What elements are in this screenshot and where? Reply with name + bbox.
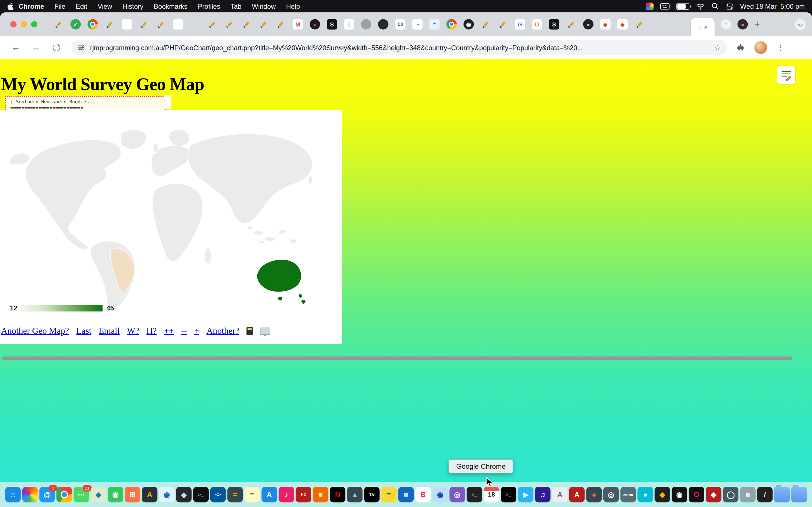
new-tab-button[interactable]: + xyxy=(751,18,763,31)
pinned-tab-chrome[interactable] xyxy=(87,19,98,30)
dock-icon-bbedit[interactable]: B xyxy=(415,487,431,502)
menu-item-edit[interactable]: Edit xyxy=(70,2,93,10)
journal-icon[interactable] xyxy=(246,327,253,335)
dock-icon-acrobat[interactable]: A xyxy=(569,487,585,502)
dock-icon-messages[interactable]: ⋯21 xyxy=(73,487,89,502)
status-app-icon[interactable] xyxy=(646,2,654,10)
pinned-tab-pencil[interactable] xyxy=(480,19,491,30)
dock-icon-finder[interactable]: ☺ xyxy=(5,487,20,502)
dock-icon-music-2[interactable]: ♫ xyxy=(535,487,550,502)
dock-icon-app-store[interactable]: A xyxy=(262,487,277,502)
battery-icon[interactable] xyxy=(676,3,689,10)
back-button[interactable]: ← xyxy=(11,43,20,53)
dock-icon-compass[interactable]: ◉ xyxy=(433,487,448,502)
pinned-tab-gmail[interactable]: M xyxy=(293,19,303,30)
page-link-h[interactable]: H? xyxy=(146,326,156,336)
page-link-email[interactable]: Email xyxy=(99,326,120,336)
pinned-tab-fire[interactable]: ◆ xyxy=(600,19,611,30)
dock-icon-launchpad[interactable]: ⊞ xyxy=(125,487,140,502)
dock-icon-zoom[interactable]: zoom xyxy=(620,487,636,502)
dock-icon-arc[interactable]: ◯ xyxy=(723,487,739,502)
menu-item-file[interactable]: File xyxy=(49,2,70,10)
dock-icon-music[interactable]: ♪ xyxy=(278,487,294,502)
pinned-tab-doc[interactable] xyxy=(173,19,183,30)
pinned-tab-pencil[interactable] xyxy=(241,19,252,30)
pinned-tab-pencil[interactable] xyxy=(635,19,645,30)
world-geo-map[interactable] xyxy=(7,122,319,318)
pinned-tab-dots[interactable]: ⋮ xyxy=(344,19,354,30)
dock-icon-downloads-folder[interactable] xyxy=(774,487,790,502)
dock-icon-mail[interactable]: @3 xyxy=(40,487,55,502)
pinned-tab-dotted[interactable]: ◌ xyxy=(721,19,731,30)
wifi-icon[interactable] xyxy=(696,3,705,10)
country-new-zealand[interactable] xyxy=(299,294,302,297)
pinned-tab-pencil[interactable] xyxy=(259,19,269,30)
profile-avatar[interactable] xyxy=(754,41,767,54)
pinned-tab-pencil[interactable] xyxy=(566,19,576,30)
dock-icon-camera[interactable]: ● xyxy=(638,487,653,502)
dock-icon-photos[interactable] xyxy=(22,487,38,502)
dock-icon-stickies[interactable]: ≡ xyxy=(381,487,397,502)
pinned-tab-s-app[interactable]: S xyxy=(327,19,337,30)
dock-icon-calculator[interactable]: = xyxy=(227,487,243,502)
pinned-tab-pencil[interactable] xyxy=(498,19,508,30)
pinned-tab-record[interactable]: ● xyxy=(310,19,320,30)
url-text[interactable]: rjmprogramming.com.au/PHP/GeoChart/geo_c… xyxy=(90,44,710,52)
dock-icon-notes[interactable]: ≡ xyxy=(245,487,260,502)
active-app-name[interactable]: Chrome xyxy=(13,2,49,10)
dock-icon-pages[interactable]: A xyxy=(142,487,157,502)
pinned-tab-chrome[interactable] xyxy=(446,19,457,30)
dock-icon-terminal-2[interactable]: >_ xyxy=(501,487,516,502)
page-link-last[interactable]: Last xyxy=(76,326,91,336)
menu-item-tab[interactable]: Tab xyxy=(225,2,246,10)
control-center-icon[interactable] xyxy=(726,3,733,10)
pinned-tab-github[interactable] xyxy=(378,19,389,30)
country-australia[interactable] xyxy=(257,260,301,291)
address-bar[interactable]: rjmprogramming.com.au/PHP/GeoChart/geo_c… xyxy=(71,40,727,55)
dock-icon-filezilla[interactable]: Fz xyxy=(296,487,311,502)
dock-icon-github[interactable]: ◆ xyxy=(176,487,192,502)
close-tab-icon[interactable]: × xyxy=(704,23,708,31)
pinned-tab-pencil[interactable] xyxy=(207,19,218,30)
minimize-window-button[interactable] xyxy=(20,21,27,27)
dock-icon-firefox[interactable]: ● xyxy=(586,487,602,502)
dock-icon-opera[interactable]: O xyxy=(689,487,704,502)
spotlight-search-icon[interactable] xyxy=(712,3,719,10)
horizontal-scrollbar[interactable] xyxy=(2,356,792,360)
menu-item-history[interactable]: History xyxy=(117,2,149,10)
pinned-tab-doc[interactable] xyxy=(122,19,132,30)
dock-icon-docker[interactable]: ■ xyxy=(398,487,414,502)
pinned-tab-dash[interactable]: — xyxy=(190,19,200,30)
pinned-tab-target[interactable]: ◉ xyxy=(463,19,474,30)
dock-icon-safari[interactable]: ◉ xyxy=(159,487,174,502)
dock-icon-podcasts[interactable]: ◎ xyxy=(449,487,465,502)
pinned-tab-pencil[interactable] xyxy=(224,19,235,30)
dock-icon-chrome[interactable] xyxy=(56,487,72,502)
active-tab[interactable]: ◌ × xyxy=(691,17,714,36)
page-link-[interactable]: ++ xyxy=(164,326,174,336)
dock-icon-telegram[interactable]: ▶ xyxy=(518,487,534,502)
tab-search-chevron-icon[interactable] xyxy=(795,19,806,30)
pinned-tab-fire[interactable]: ◆ xyxy=(617,19,627,30)
dock-icon-box[interactable]: ■ xyxy=(313,487,328,502)
country-new-zealand[interactable] xyxy=(302,300,305,303)
dock-icon-pen[interactable]: / xyxy=(757,487,772,502)
pinned-tab-orange-dot[interactable]: ● xyxy=(738,19,748,30)
apple-menu-icon[interactable] xyxy=(7,2,13,10)
pinned-tab-gray-circle[interactable] xyxy=(361,19,371,30)
menu-item-view[interactable]: View xyxy=(93,2,117,10)
pinned-tab-google[interactable]: G xyxy=(515,19,525,30)
dock-icon-netflix[interactable]: N xyxy=(330,487,345,502)
menu-item-window[interactable]: Window xyxy=(247,2,281,10)
notepad-icon[interactable] xyxy=(777,66,795,84)
menu-item-bookmarks[interactable]: Bookmarks xyxy=(149,2,193,10)
pinned-tab-pencil[interactable] xyxy=(105,19,115,30)
pinned-tab-orange-o[interactable]: O xyxy=(532,19,542,30)
dock-icon-maps[interactable]: ◆ xyxy=(91,487,106,502)
pinned-tab-history[interactable]: ◔ xyxy=(412,19,423,30)
pinned-tab-pencil[interactable] xyxy=(275,19,286,30)
dock-icon-apple-tv[interactable]: tv xyxy=(364,487,379,502)
menu-bar-clock[interactable]: Wed 18 Mar 5:00 pm xyxy=(740,2,805,10)
page-link-another-geo-map[interactable]: Another Geo Map? xyxy=(1,326,69,336)
dock-icon-raycast[interactable]: ◆ xyxy=(706,487,721,502)
